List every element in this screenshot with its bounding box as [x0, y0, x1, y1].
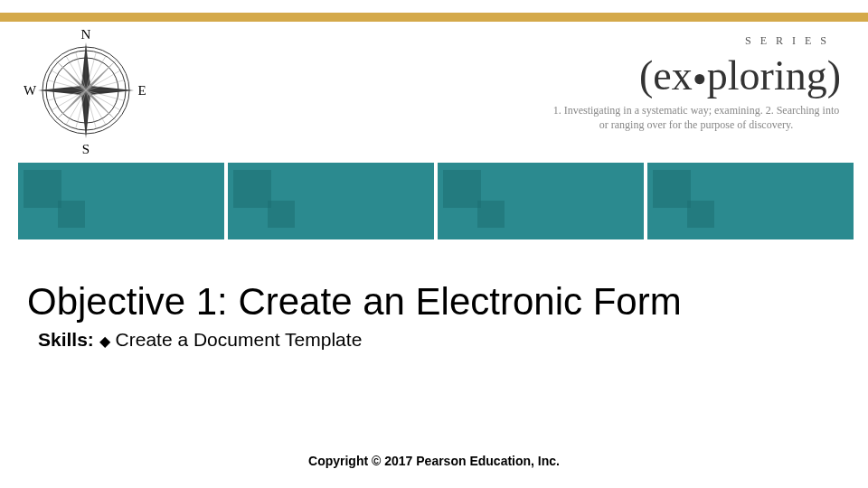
bullet-icon: ◆ [99, 333, 110, 349]
skills-row: Skills: ◆ Create a Document Template [27, 329, 841, 351]
copyright-footer: Copyright © 2017 Pearson Education, Inc. [0, 454, 868, 468]
decorative-banner [18, 163, 854, 239]
banner-segment [18, 163, 224, 239]
skills-label: Skills: [38, 329, 94, 350]
brand-title: (ex•ploring) [552, 52, 841, 99]
skills-text: Create a Document Template [116, 329, 363, 350]
svg-marker-10 [86, 90, 118, 122]
banner-segment [228, 163, 434, 239]
svg-text:S: S [82, 142, 90, 156]
content-area: Objective 1: Create an Electronic Form S… [27, 280, 841, 351]
svg-text:E: E [137, 83, 146, 98]
objective-title: Objective 1: Create an Electronic Form [27, 280, 841, 324]
svg-text:W: W [24, 83, 37, 98]
header-row: N E S W SERIES (ex•ploring) 1. Investiga… [0, 27, 868, 154]
brand-tagline: 1. Investigating in a systematic way; ex… [552, 103, 841, 132]
svg-text:N: N [81, 27, 91, 42]
accent-bar [0, 13, 868, 22]
banner-segment [438, 163, 644, 239]
svg-marker-7 [54, 59, 86, 90]
brand-title-suffix: ploring) [707, 52, 841, 99]
svg-marker-8 [86, 59, 118, 90]
series-label: SERIES [552, 34, 841, 48]
brand-title-prefix: (ex [639, 52, 693, 99]
brand-block: SERIES (ex•ploring) 1. Investigating in … [552, 27, 850, 132]
banner-segment [647, 163, 854, 239]
svg-marker-9 [54, 90, 86, 122]
compass-icon: N E S W [18, 23, 154, 158]
